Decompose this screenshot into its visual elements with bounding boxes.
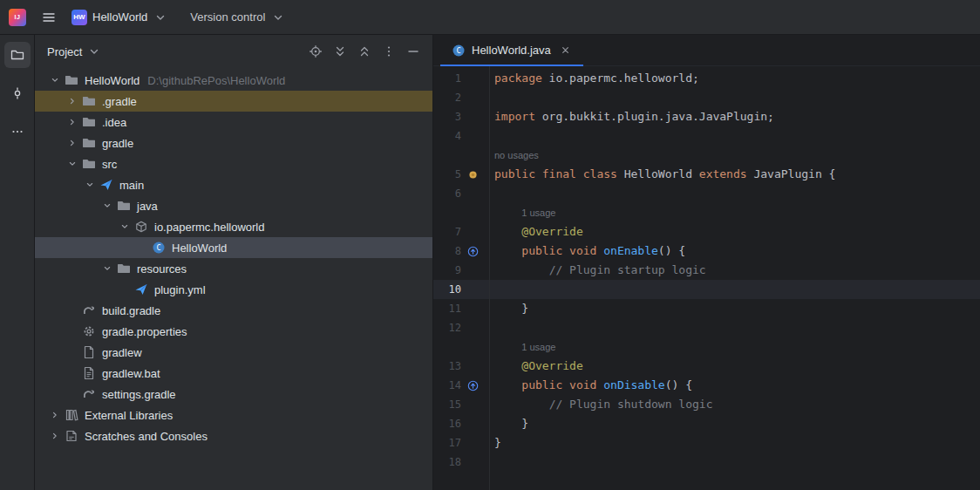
chevron-down-icon[interactable] bbox=[99, 258, 115, 279]
tree-item-label: io.papermc.helloworld bbox=[154, 221, 264, 234]
code-line[interactable]: 10 bbox=[433, 280, 980, 299]
code-line[interactable]: 14 public void onDisable() { bbox=[433, 376, 980, 395]
gutter-cell[interactable]: 4 bbox=[433, 126, 487, 146]
project-panel: Project HelloWorldD:\githubRePos\HelloWo… bbox=[35, 35, 433, 490]
tree-item-gradle[interactable]: gradle bbox=[35, 133, 432, 153]
chevron-down-icon[interactable] bbox=[47, 70, 63, 91]
code-line[interactable]: 9 // Plugin startup logic bbox=[433, 261, 980, 280]
project-selector-widget[interactable]: HW HelloWorld bbox=[65, 6, 174, 29]
code-line[interactable]: 7 @Override bbox=[433, 222, 980, 242]
code-line[interactable]: 5public final class HelloWorld extends J… bbox=[433, 165, 980, 184]
tree-item-label: main bbox=[119, 179, 144, 192]
gutter-cell[interactable]: 16 bbox=[433, 414, 487, 433]
gutter-cell[interactable]: 17 bbox=[433, 433, 487, 453]
tree-item-gradle-properties[interactable]: gradle.properties bbox=[35, 321, 432, 342]
intellij-logo[interactable]: IJ bbox=[9, 9, 26, 26]
more-tool-windows-tool-button[interactable] bbox=[4, 119, 31, 145]
gutter-cell[interactable] bbox=[433, 146, 487, 165]
tree-item-label: resources bbox=[137, 262, 187, 276]
gradle-icon bbox=[81, 387, 96, 402]
inlay-hint-row[interactable]: 1 usage bbox=[433, 337, 980, 357]
tree-item-gradlew-bat[interactable]: gradlew.bat bbox=[35, 363, 432, 384]
code-line[interactable]: 3import org.bukkit.plugin.java.JavaPlugi… bbox=[433, 107, 980, 126]
gutter-cell[interactable]: 6 bbox=[433, 184, 487, 203]
more-options-icon bbox=[382, 44, 397, 59]
tree-item-plugin-yml[interactable]: plugin.yml bbox=[35, 279, 432, 300]
tree-item--idea[interactable]: .idea bbox=[35, 112, 432, 133]
editor-tab-helloworld-java[interactable]: C HelloWorld.java bbox=[440, 35, 583, 65]
gutter-cell[interactable]: 9 bbox=[433, 261, 487, 280]
code-line[interactable]: 16 } bbox=[433, 414, 980, 433]
chevron-right-icon[interactable] bbox=[65, 91, 80, 112]
tree-item-io-papermc-helloworld[interactable]: io.papermc.helloworld bbox=[35, 216, 432, 237]
tree-item-scratches-and-consoles[interactable]: Scratches and Consoles bbox=[35, 425, 432, 446]
chevron-right-icon[interactable] bbox=[65, 133, 80, 153]
code-line[interactable]: 2 bbox=[433, 88, 980, 107]
gutter-cell[interactable]: 8 bbox=[433, 242, 487, 261]
vcs-widget[interactable]: Version control bbox=[183, 6, 292, 28]
tree-item-java[interactable]: java bbox=[35, 195, 432, 216]
gutter-cell[interactable]: 18 bbox=[433, 453, 487, 472]
chevron-right-icon[interactable] bbox=[47, 425, 63, 446]
intellij-logo-text: IJ bbox=[15, 14, 21, 20]
project-view-selector[interactable]: Project bbox=[40, 41, 108, 63]
gutter-cell[interactable]: 2 bbox=[433, 88, 487, 107]
chevron-down-icon[interactable] bbox=[99, 195, 115, 216]
chevron-down-icon[interactable] bbox=[82, 174, 98, 195]
gutter-cell[interactable]: 7 bbox=[433, 222, 487, 242]
usage-hint[interactable]: no usages bbox=[494, 150, 539, 160]
gutter-cell[interactable] bbox=[433, 203, 487, 222]
select-opened-file-button[interactable] bbox=[305, 41, 326, 62]
code-line[interactable]: 11 } bbox=[433, 299, 980, 318]
gutter-cell[interactable]: 14 bbox=[433, 376, 487, 395]
gutter-cell[interactable]: 15 bbox=[433, 395, 487, 414]
chevron-down-icon[interactable] bbox=[65, 153, 80, 174]
inlay-hint-row[interactable]: no usages bbox=[433, 146, 980, 165]
tree-item-gradlew[interactable]: gradlew bbox=[35, 342, 432, 363]
more-options-button[interactable] bbox=[378, 41, 399, 62]
code-line[interactable]: 1package io.papermc.helloworld; bbox=[433, 69, 980, 88]
editor-code[interactable]: 1package io.papermc.helloworld;23import … bbox=[433, 66, 980, 490]
tree-item--gradle[interactable]: .gradle bbox=[35, 91, 432, 112]
code-line[interactable]: 13 @Override bbox=[433, 357, 980, 376]
hide-panel-button[interactable] bbox=[403, 41, 424, 62]
code-line[interactable]: 4 bbox=[433, 126, 980, 146]
chevron-down-icon[interactable] bbox=[117, 216, 133, 237]
commit-tool-button[interactable] bbox=[4, 80, 31, 106]
tree-item-helloworld[interactable]: CHelloWorld bbox=[35, 237, 432, 258]
gutter-cell[interactable]: 11 bbox=[433, 299, 487, 318]
tree-item-helloworld[interactable]: HelloWorldD:\githubRePos\HelloWorld bbox=[35, 70, 432, 91]
code-line[interactable]: 18 bbox=[433, 453, 980, 472]
code-line[interactable]: 17} bbox=[433, 433, 980, 453]
usage-hint[interactable]: 1 usage bbox=[521, 342, 555, 352]
chevron-right-icon[interactable] bbox=[65, 112, 80, 133]
code-line[interactable]: 6 bbox=[433, 184, 980, 203]
tree-item-main[interactable]: main bbox=[35, 174, 432, 195]
code-line[interactable]: 12 bbox=[433, 318, 980, 337]
gutter-cell[interactable] bbox=[433, 337, 487, 357]
collapse-all-button[interactable] bbox=[354, 41, 375, 62]
tree-item-resources[interactable]: resources bbox=[35, 258, 432, 279]
project-tool-button[interactable] bbox=[4, 42, 31, 68]
usage-hint[interactable]: 1 usage bbox=[521, 208, 555, 218]
code-line[interactable]: 15 // Plugin shutdown logic bbox=[433, 395, 980, 414]
gutter-cell[interactable]: 1 bbox=[433, 69, 487, 88]
gutter-cell[interactable]: 5 bbox=[433, 165, 487, 184]
gutter-cell[interactable]: 12 bbox=[433, 318, 487, 337]
code-text: // Plugin shutdown logic bbox=[487, 395, 712, 414]
tree-item-src[interactable]: src bbox=[35, 153, 432, 174]
file-lines-icon bbox=[81, 366, 96, 381]
chevron-right-icon[interactable] bbox=[47, 405, 63, 425]
inlay-hint-row[interactable]: 1 usage bbox=[433, 203, 980, 222]
gutter-cell[interactable]: 13 bbox=[433, 357, 487, 376]
close-tab-icon[interactable] bbox=[559, 44, 573, 58]
expand-all-button[interactable] bbox=[330, 41, 350, 62]
gutter-cell[interactable]: 10 bbox=[433, 280, 487, 299]
gutter-cell[interactable]: 3 bbox=[433, 107, 487, 126]
tree-item-external-libraries[interactable]: External Libraries bbox=[35, 405, 432, 425]
code-line[interactable]: 8 public void onEnable() { bbox=[433, 242, 980, 261]
tree-item-label: HelloWorld bbox=[172, 242, 227, 255]
hamburger-menu-button[interactable] bbox=[37, 5, 61, 30]
tree-item-build-gradle[interactable]: build.gradle bbox=[35, 300, 432, 321]
tree-item-settings-gradle[interactable]: settings.gradle bbox=[35, 384, 432, 405]
